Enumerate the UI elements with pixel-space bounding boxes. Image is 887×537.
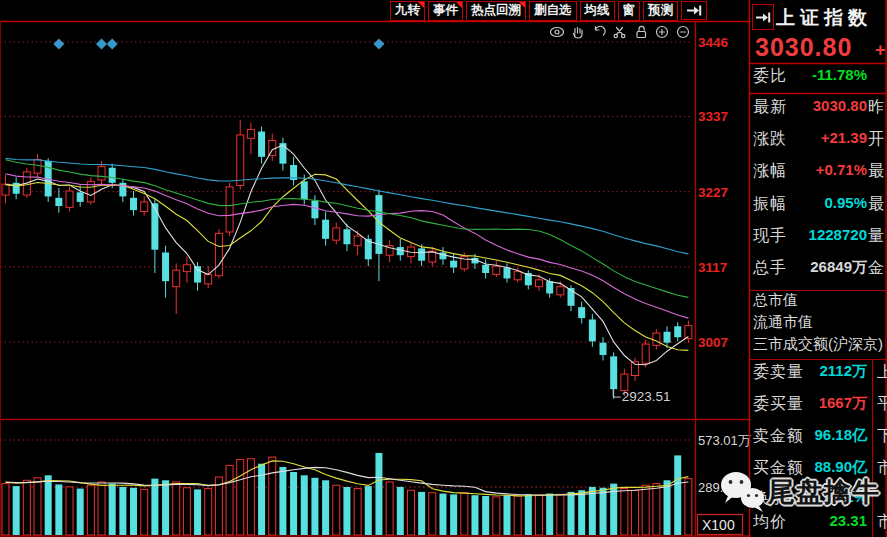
- price-axis-label: 3227: [698, 185, 728, 200]
- volume-bar: [151, 479, 158, 535]
- quote-row-label: 均价: [753, 512, 787, 533]
- quote-row: 委比-11.78%: [749, 66, 887, 90]
- hand-icon[interactable]: [569, 23, 585, 40]
- volume-bar: [546, 494, 553, 535]
- volume-bar: [322, 480, 329, 535]
- quote-row-value: 1667万: [819, 394, 867, 413]
- volume-bar: [375, 453, 382, 535]
- quote-row-extra: 平: [877, 394, 887, 415]
- toolbar-button[interactable]: 九转: [390, 1, 425, 21]
- quote-row: 委买量1667万平: [749, 394, 887, 418]
- candle-body-down: [610, 356, 617, 389]
- quote-row-label: 委买量: [753, 394, 804, 415]
- quote-row-label: 涨幅: [753, 161, 787, 182]
- toolbar-button[interactable]: 事件: [428, 1, 463, 21]
- volume-bar: [269, 457, 276, 535]
- quote-row: 最新3030.80昨: [749, 97, 887, 121]
- quote-row: 振幅0.95%最: [749, 194, 887, 218]
- quote-row: 流通市值: [749, 313, 887, 337]
- watermark-text: 尾盘擒牛: [768, 474, 880, 510]
- toolbar-button[interactable]: 窗: [618, 1, 641, 21]
- volume-bar: [482, 496, 489, 535]
- volume-bar: [514, 496, 521, 535]
- quote-row: 总手26849万金: [749, 258, 887, 282]
- collapse-panel-button[interactable]: [752, 4, 774, 30]
- scissors-icon[interactable]: [611, 23, 627, 40]
- diamond-signal-icon: [53, 39, 64, 50]
- candle-body-up: [226, 187, 233, 232]
- quote-row: 卖金额96.18亿下: [749, 426, 887, 450]
- volume-bar: [568, 492, 575, 535]
- quote-row-extra: 最: [868, 161, 884, 182]
- undo-icon[interactable]: [590, 23, 606, 40]
- candle-body-down: [258, 132, 265, 157]
- candle-body-down: [664, 332, 671, 343]
- next-arrow-icon: [755, 11, 771, 24]
- volume-axis-label: 573.01万: [698, 433, 751, 448]
- volume-bar: [183, 488, 190, 535]
- quote-row-value: 96.18亿: [814, 426, 867, 445]
- candle-body-down: [301, 181, 308, 199]
- zoom-in-icon[interactable]: [653, 23, 669, 40]
- quote-row-value: 1228720: [809, 226, 867, 243]
- candle-body-up: [237, 135, 244, 186]
- quote-row-value: -11.78%: [812, 66, 867, 83]
- quote-row-label: 委卖量: [753, 362, 804, 383]
- candle-body-up: [653, 333, 660, 345]
- volume-bar: [493, 497, 500, 535]
- toolbar-button[interactable]: 删自选: [529, 1, 577, 21]
- quote-row-label: 流通市值: [753, 313, 813, 332]
- candle-body-down: [311, 201, 318, 219]
- quote-row-value: 0.95%: [824, 194, 867, 211]
- candle-body-down: [674, 326, 681, 337]
- candle-body-down: [151, 203, 158, 249]
- volume-bar: [418, 492, 425, 535]
- volume-bar: [685, 479, 692, 535]
- quote-row-label: 委比: [753, 66, 787, 87]
- toolbar-button[interactable]: 预测: [643, 1, 678, 21]
- candle-body-up: [2, 184, 9, 195]
- toolbar-button[interactable]: 热点回溯: [466, 1, 526, 21]
- zoom-out-icon[interactable]: [674, 23, 690, 40]
- volume-bar: [354, 489, 361, 535]
- clipped-value-fragment: +: [875, 40, 886, 61]
- unlock-icon[interactable]: [632, 23, 648, 40]
- volume-bar: [98, 482, 105, 535]
- toolbar-more-button[interactable]: [681, 1, 707, 20]
- candle-body-up: [333, 228, 340, 240]
- price-ma-line: [6, 145, 689, 365]
- volume-bar: [397, 487, 404, 535]
- volume-bar: [55, 484, 62, 535]
- candle-body-up: [642, 344, 649, 363]
- candle-body-down: [343, 229, 350, 244]
- quote-row-extra: 市: [877, 512, 887, 533]
- volume-bar: [386, 482, 393, 535]
- quote-row-label: 振幅: [753, 194, 787, 215]
- candle-body-up: [621, 374, 628, 390]
- candle-body-up: [514, 272, 521, 280]
- volume-bar: [130, 488, 137, 535]
- candle-body-up: [183, 265, 190, 272]
- diamond-signal-icon: [373, 39, 384, 50]
- quote-row: 涨跌+21.39开: [749, 129, 887, 153]
- volume-bar: [439, 494, 446, 535]
- volume-bar: [205, 489, 212, 535]
- candle-body-up: [205, 274, 212, 284]
- quote-row-value: 26849万: [810, 258, 867, 277]
- volume-bar: [141, 489, 148, 535]
- candle-body-up: [557, 287, 564, 295]
- volume-bar: [109, 484, 116, 535]
- quote-row-label: 卖金额: [753, 426, 804, 447]
- eye-icon[interactable]: [548, 23, 564, 40]
- toolbar: 九转事件热点回溯删自选均线窗预测: [390, 1, 707, 21]
- toolbar-button[interactable]: 均线: [580, 1, 615, 21]
- quote-row-extra: 下: [877, 426, 887, 447]
- volume-bar: [461, 493, 468, 535]
- quote-row-label: 最新: [753, 97, 787, 118]
- volume-bar: [536, 495, 543, 535]
- volume-bar: [290, 472, 297, 535]
- volume-bar: [215, 477, 222, 535]
- volume-bar: [237, 460, 244, 535]
- quote-row-value: 3030.80: [813, 97, 867, 114]
- volume-bar: [557, 494, 564, 535]
